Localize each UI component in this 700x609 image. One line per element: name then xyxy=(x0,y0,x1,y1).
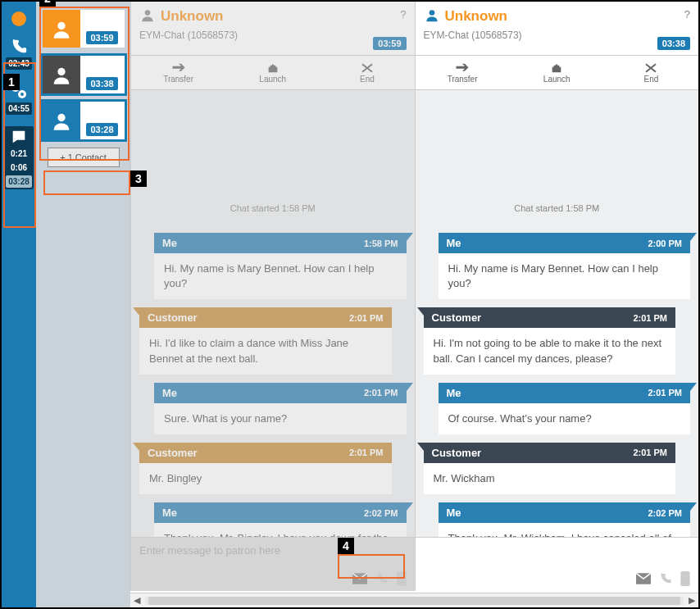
rail-item-chat[interactable]: 0:21 0:06 03:28 xyxy=(4,126,34,189)
chat-icon xyxy=(10,128,28,146)
contact-name: Unknown xyxy=(161,8,224,25)
pane-header: UnknownEYM-Chat (10568573)?03:59 xyxy=(131,2,415,56)
chat-id: EYM-Chat (10568573) xyxy=(139,30,407,41)
message-me: Me2:00 PMHi. My name is Mary Bennet. How… xyxy=(424,233,691,299)
chat-started-label: Chat started 1:58 PM xyxy=(424,203,691,213)
message-body: Hi. My name is Mary Bennet. How can I he… xyxy=(154,253,407,299)
message-body: Hi. I'd like to claim a dance with Miss … xyxy=(139,328,392,374)
message-body: Sure. What is your name? xyxy=(154,403,407,434)
pane-toolbar: TransferLaunchEnd xyxy=(131,56,415,90)
avatar xyxy=(43,102,80,139)
toolbar-label: Transfer xyxy=(163,75,193,84)
toolbar-label: Launch xyxy=(543,75,570,84)
svg-point-7 xyxy=(57,68,65,75)
compose-area: Enter message to patron here xyxy=(131,537,415,591)
rail-item-phone[interactable]: 02:43 xyxy=(4,38,34,70)
help-icon[interactable]: ? xyxy=(684,8,690,20)
rail-item-gears[interactable]: 04:55 xyxy=(4,81,34,115)
chat-log: Chat started 1:58 PMMe1:58 PMHi. My name… xyxy=(131,90,415,537)
contacts-column: 03:5903:3803:28 + 1 Contact xyxy=(36,2,130,607)
pane-toolbar: TransferLaunchEnd xyxy=(416,56,699,90)
person-icon xyxy=(139,7,156,26)
toolbar-transfer[interactable]: Transfer xyxy=(416,56,510,89)
rail-time: 04:55 xyxy=(6,102,32,115)
contact-card[interactable]: 03:38 xyxy=(43,56,125,93)
chat-pane: UnknownEYM-Chat (10568573)?03:38Transfer… xyxy=(415,2,699,591)
message-time: 1:58 PM xyxy=(364,239,398,248)
message-cust: Customer2:01 PMHi. I'd like to claim a d… xyxy=(139,307,407,374)
avatar xyxy=(43,10,80,48)
contact-card[interactable]: 03:28 xyxy=(43,102,125,139)
message-time: 2:00 PM xyxy=(648,239,682,248)
message-sender: Customer xyxy=(432,447,482,459)
message-time: 2:01 PM xyxy=(349,313,384,323)
message-cust: Customer2:01 PMMr. Wickham xyxy=(424,443,691,494)
scroll-right-arrow[interactable]: ▶ xyxy=(685,595,698,606)
time-badge: 03:38 xyxy=(657,37,690,50)
svg-rect-13 xyxy=(397,571,406,586)
mail-icon[interactable] xyxy=(352,573,367,588)
contact-time: 03:28 xyxy=(86,123,117,136)
message-me: Me2:02 PMThank you, Mr. Bingley. I have … xyxy=(139,502,407,537)
mobile-icon[interactable] xyxy=(397,571,407,589)
message-sender: Me xyxy=(447,237,461,249)
scroll-thumb[interactable] xyxy=(148,597,680,605)
mobile-icon[interactable] xyxy=(680,571,690,589)
app-frame: 02:43 04:55 0:21 0:06 03:28 03:5903:3803… xyxy=(0,0,700,609)
message-me: Me2:01 PMOf course. What's your name? xyxy=(424,383,691,434)
message-time: 2:01 PM xyxy=(648,388,682,398)
chat-log: Chat started 1:58 PMMe2:00 PMHi. My name… xyxy=(416,90,699,537)
toolbar-end[interactable]: End xyxy=(604,56,698,89)
phone-icon xyxy=(10,38,28,56)
svg-rect-17 xyxy=(680,571,689,586)
message-me: Me2:02 PMThank you, Mr. Wickham. I have … xyxy=(424,502,691,537)
message-time: 2:01 PM xyxy=(633,448,667,457)
status-dot xyxy=(11,11,26,26)
message-sender: Customer xyxy=(148,447,198,459)
message-body: Of course. What's your name? xyxy=(439,403,691,434)
pane-header: UnknownEYM-Chat (10568573)?03:38 xyxy=(416,2,699,56)
message-input[interactable] xyxy=(416,538,699,570)
message-body: Mr. Wickham xyxy=(424,463,676,494)
message-time: 2:02 PM xyxy=(364,508,398,518)
message-sender: Customer xyxy=(148,311,198,324)
message-sender: Me xyxy=(162,507,177,519)
chat-started-label: Chat started 1:58 PM xyxy=(139,203,407,213)
toolbar-launch[interactable]: Launch xyxy=(510,56,604,89)
message-input[interactable]: Enter message to patron here xyxy=(131,538,415,570)
message-body: Thank you, Mr. Bingley. I have you down … xyxy=(154,523,407,537)
message-sender: Me xyxy=(447,387,461,399)
message-sender: Me xyxy=(447,507,461,519)
message-body: Mr. Bingley xyxy=(139,463,392,494)
rail-time: 02:43 xyxy=(6,57,32,70)
contact-name: Unknown xyxy=(445,8,508,25)
contact-card[interactable]: 03:59 xyxy=(43,10,125,48)
message-time: 2:01 PM xyxy=(633,313,667,323)
contact-time: 03:38 xyxy=(86,77,117,90)
svg-point-9 xyxy=(57,114,65,121)
help-icon[interactable]: ? xyxy=(400,8,406,20)
compose-area xyxy=(416,537,699,591)
toolbar-label: Launch xyxy=(259,75,286,84)
message-time: 2:02 PM xyxy=(648,508,682,518)
message-time: 2:01 PM xyxy=(364,388,398,398)
add-contact-button[interactable]: + 1 Contact xyxy=(48,148,120,167)
person-icon xyxy=(424,7,440,26)
message-cust: Customer2:01 PMMr. Bingley xyxy=(139,443,407,494)
message-body: Hi. I'm not going to be able to make it … xyxy=(424,328,676,374)
message-body: Hi. My name is Mary Bennet. How can I he… xyxy=(439,253,691,299)
contact-time: 03:59 xyxy=(86,31,117,44)
toolbar-transfer[interactable]: Transfer xyxy=(131,56,225,89)
message-sender: Me xyxy=(162,237,177,249)
h-scrollbar[interactable]: ◀ ▶ xyxy=(130,593,698,607)
scroll-track[interactable] xyxy=(145,597,684,605)
time-badge: 03:59 xyxy=(373,37,406,50)
scroll-left-arrow[interactable]: ◀ xyxy=(130,595,143,606)
toolbar-launch[interactable]: Launch xyxy=(225,56,320,89)
mail-icon[interactable] xyxy=(636,573,651,588)
gears-icon xyxy=(9,81,29,101)
toolbar-end[interactable]: End xyxy=(320,56,414,89)
phone-icon[interactable] xyxy=(659,572,672,589)
svg-point-11 xyxy=(145,10,151,16)
phone-icon[interactable] xyxy=(375,572,389,589)
